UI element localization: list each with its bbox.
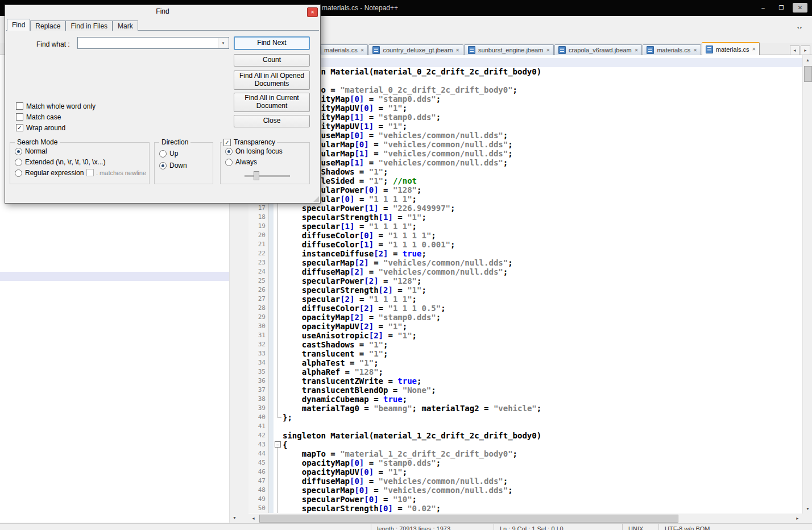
code-line[interactable]: 12 diffuseMap[1] = "vehicles/common/null… <box>248 158 802 167</box>
bookmark-margin[interactable] <box>269 467 274 477</box>
count-button[interactable]: Count <box>234 54 310 67</box>
find-dialog-tab[interactable]: Replace <box>30 20 65 31</box>
bookmark-margin[interactable] <box>269 358 274 367</box>
code-line[interactable]: 23 specularMap[2] = "vehicles/common/nul… <box>248 258 802 267</box>
find-next-button[interactable]: Find Next <box>234 36 310 50</box>
bookmark-margin[interactable] <box>269 213 274 222</box>
find-dialog-tab[interactable]: Find <box>7 19 30 31</box>
transparency-checkbox[interactable]: ✓ Transparency <box>222 138 277 146</box>
code-line[interactable]: 26 specularStrength[2] = "1"; <box>248 285 802 295</box>
bookmark-margin[interactable] <box>269 395 274 404</box>
code-line[interactable]: 18 specularStrength[1] = "1"; <box>248 213 802 222</box>
code-line[interactable]: 49 specularPower[0] = "10"; <box>248 495 802 504</box>
code-line[interactable]: 27 specular[2] = "1 1 1 1"; <box>248 295 802 304</box>
bookmark-margin[interactable] <box>269 440 274 449</box>
code-line[interactable]: 50 specularStrength[0] = "0.02"; <box>248 504 802 513</box>
code-line[interactable]: 38 dynamicCubemap = true; <box>248 395 802 404</box>
bookmark-margin[interactable] <box>269 458 274 467</box>
bookmark-margin[interactable] <box>269 376 274 386</box>
file-tab[interactable]: materials.cs✕ <box>643 44 701 55</box>
code-line[interactable]: 39 materialTag0 = "beamng"; materialTag2… <box>248 404 802 413</box>
code-line[interactable]: 1 <box>248 58 802 67</box>
editor-vertical-scrollbar[interactable]: ▲ ▼ <box>802 55 812 514</box>
code-line[interactable]: 32 castShadows = "1"; <box>248 340 802 349</box>
tab-close-icon[interactable]: ✕ <box>455 48 459 53</box>
code-line[interactable]: 36 translucentZWrite = true; <box>248 376 802 386</box>
code-line[interactable]: 22 instanceDiffuse[2] = true; <box>248 249 802 258</box>
scroll-up-icon[interactable]: ▲ <box>803 55 812 65</box>
resize-grip[interactable] <box>313 196 319 202</box>
tab-close-icon[interactable]: ✕ <box>361 48 364 53</box>
tab-close-icon[interactable]: ✕ <box>635 48 639 53</box>
code-line[interactable]: 5 opacityMap[0] = "stamp0.dds"; <box>248 94 802 103</box>
file-tab[interactable]: materials.cs✕ <box>702 42 760 55</box>
bookmark-margin[interactable] <box>269 276 274 285</box>
option-checkbox[interactable]: Match case <box>16 111 96 122</box>
code-line[interactable]: 14 doubleSided = "1"; //not <box>248 176 802 185</box>
bookmark-margin[interactable] <box>269 331 274 340</box>
scroll-right-icon[interactable]: ► <box>793 514 802 523</box>
bookmark-margin[interactable] <box>269 304 274 313</box>
tab-close-icon[interactable]: ✕ <box>546 48 550 53</box>
radio-option[interactable]: Up <box>159 150 178 158</box>
tab-close-icon[interactable]: ✕ <box>752 47 756 52</box>
code-line[interactable]: 47 diffuseMap[0] = "vehicles/common/null… <box>248 477 802 486</box>
code-line[interactable]: 3{ <box>248 76 802 85</box>
bookmark-margin[interactable] <box>269 258 274 267</box>
code-line[interactable]: 17 specularPower[1] = "226.949997"; <box>248 204 802 213</box>
bookmark-margin[interactable] <box>269 449 274 458</box>
horizontal-scroll-thumb[interactable] <box>259 515 678 523</box>
code-line[interactable]: 13 castShadows = "1"; <box>248 167 802 176</box>
code-line[interactable]: 7 opacityMap[1] = "stamp0.dds"; <box>248 113 802 122</box>
bookmark-margin[interactable] <box>269 486 274 495</box>
find-dialog-tab[interactable]: Mark <box>113 20 138 31</box>
code-line[interactable]: 19 specular[1] = "1 1 1 1"; <box>248 222 802 231</box>
scroll-down-icon[interactable]: ▼ <box>230 513 239 523</box>
code-line[interactable]: 46 opacityMapUV[0] = "1"; <box>248 467 802 477</box>
code-line[interactable]: 29 opacityMap[2] = "stamp0.dds"; <box>248 313 802 322</box>
code-line[interactable]: 37 translucentBlendOp = "None"; <box>248 386 802 395</box>
vertical-scroll-thumb[interactable] <box>804 66 812 82</box>
bookmark-margin[interactable] <box>269 477 274 486</box>
bookmark-margin[interactable] <box>269 404 274 413</box>
code-line[interactable]: 8 opacityMapUV[1] = "1"; <box>248 122 802 131</box>
bookmark-margin[interactable] <box>269 495 274 504</box>
maximize-button[interactable]: ❐ <box>774 3 788 13</box>
close-button[interactable]: ✕ <box>793 3 807 13</box>
transparency-slider-thumb[interactable] <box>254 171 259 180</box>
option-checkbox[interactable]: ✓Wrap around <box>16 122 96 133</box>
find-all-opened-button[interactable]: Find All in All Opened Documents <box>234 71 310 90</box>
bookmark-margin[interactable] <box>269 249 274 258</box>
file-tab[interactable]: crapola_v6rawd.jbeam✕ <box>554 44 642 55</box>
dialog-close-icon[interactable]: ✕ <box>307 7 318 17</box>
option-checkbox[interactable]: Match whole word only <box>16 101 96 111</box>
bookmark-margin[interactable] <box>269 285 274 295</box>
code-line[interactable]: 25 specularPower[2] = "128"; <box>248 276 802 285</box>
bookmark-margin[interactable] <box>269 231 274 240</box>
bookmark-margin[interactable] <box>269 295 274 304</box>
code-line[interactable]: 41 <box>248 422 802 431</box>
tab-close-icon[interactable]: ✕ <box>693 48 697 53</box>
fold-collapse-icon[interactable] <box>274 440 283 449</box>
code-line[interactable]: 2singleton Material(material_0_2c_drift_… <box>248 67 802 76</box>
bookmark-margin[interactable] <box>269 313 274 322</box>
code-line[interactable]: 33 translucent = "1"; <box>248 349 802 358</box>
code-line[interactable]: 30 opacityMapUV[2] = "1"; <box>248 322 802 331</box>
find-dialog-tab[interactable]: Find in Files <box>65 20 113 31</box>
scroll-left-icon[interactable]: ◄ <box>248 514 258 523</box>
code-line[interactable]: 40}; <box>248 413 802 422</box>
radio-option[interactable]: Extended (\n, \r, \t, \0, \x...) <box>15 158 105 166</box>
chevron-down-icon[interactable]: ▼ <box>218 38 228 48</box>
radio-option[interactable]: On losing focus <box>225 147 283 155</box>
editor-right-view[interactable]: 12singleton Material(material_0_2c_drift… <box>248 55 802 514</box>
matches-newline-checkbox[interactable]: . matches newline <box>86 169 146 176</box>
file-tab[interactable]: country_deluxe_gt.jbeam✕ <box>368 44 463 55</box>
bookmark-margin[interactable] <box>269 267 274 276</box>
code-line[interactable]: 34 alphaTest = "1"; <box>248 358 802 367</box>
tab-scroll-right-icon[interactable]: ► <box>801 45 810 55</box>
bookmark-margin[interactable] <box>269 386 274 395</box>
radio-option[interactable]: Always <box>225 158 257 166</box>
code-line[interactable]: 35 alphaRef = "128"; <box>248 367 802 376</box>
bookmark-margin[interactable] <box>269 322 274 331</box>
bookmark-margin[interactable] <box>269 431 274 440</box>
